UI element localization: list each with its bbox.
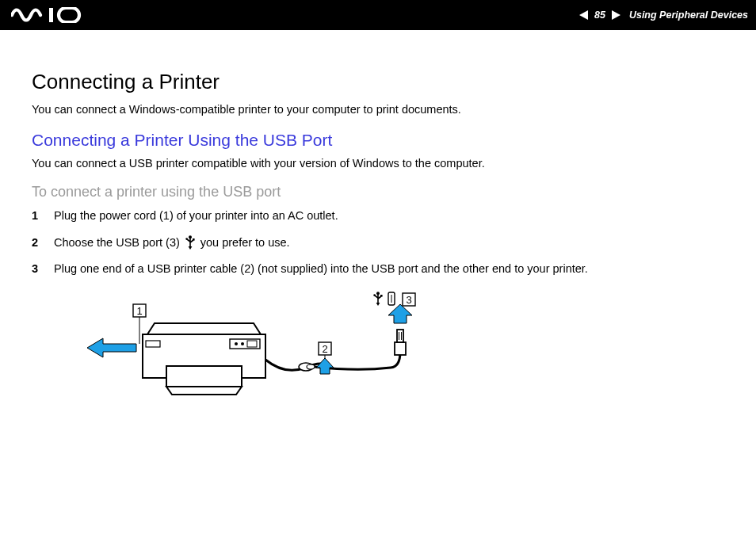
step-text: Plug one end of a USB printer cable (2) … bbox=[54, 261, 588, 277]
svg-marker-3 bbox=[612, 10, 620, 20]
prev-page-button[interactable] bbox=[578, 10, 590, 21]
callout-2: 2 bbox=[322, 343, 327, 355]
svg-point-26 bbox=[241, 342, 244, 345]
intro-text: You can connect a Windows-compatible pri… bbox=[32, 102, 724, 118]
svg-point-11 bbox=[373, 294, 376, 296]
procedure-title: To connect a printer using the USB port bbox=[32, 184, 724, 200]
svg-marker-35 bbox=[388, 304, 412, 323]
vaio-logo bbox=[11, 7, 86, 23]
svg-marker-13 bbox=[376, 303, 380, 306]
svg-marker-21 bbox=[147, 323, 261, 334]
callout-1: 1 bbox=[136, 305, 142, 317]
svg-marker-19 bbox=[87, 338, 136, 357]
printer-diagram: 3 1 bbox=[87, 288, 724, 410]
page-number: 85 bbox=[594, 10, 605, 21]
svg-rect-1 bbox=[59, 8, 79, 22]
step-number: 2 bbox=[32, 235, 41, 251]
section-subtitle: Connecting a Printer Using the USB Port bbox=[32, 131, 724, 150]
svg-marker-2 bbox=[579, 10, 588, 20]
svg-marker-38 bbox=[316, 358, 334, 374]
step-number: 3 bbox=[32, 261, 41, 277]
svg-point-6 bbox=[185, 238, 188, 241]
step-text: Choose the USB port (3) you prefer to us… bbox=[54, 235, 290, 251]
step-row: 3 Plug one end of a USB printer cable (2… bbox=[32, 261, 724, 277]
step-text: Plug the power cord (1) of your printer … bbox=[54, 208, 338, 224]
step-text-after: you prefer to use. bbox=[200, 235, 290, 251]
svg-rect-27 bbox=[247, 341, 257, 347]
svg-rect-7 bbox=[193, 238, 195, 241]
next-page-button[interactable] bbox=[610, 10, 621, 21]
step-text-before: Choose the USB port (3) bbox=[54, 235, 180, 251]
svg-rect-31 bbox=[395, 342, 406, 355]
header-bar: 85 Using Peripheral Devices bbox=[0, 0, 756, 30]
sub-intro-text: You can connect a USB printer compatible… bbox=[32, 156, 724, 172]
page-content: Connecting a Printer You can connect a W… bbox=[0, 30, 756, 410]
svg-rect-32 bbox=[397, 330, 403, 342]
step-row: 2 Choose the USB port (3) you prefer to … bbox=[32, 235, 724, 251]
page-title: Connecting a Printer bbox=[32, 70, 724, 94]
header-nav: 85 Using Peripheral Devices bbox=[578, 10, 748, 21]
section-label: Using Peripheral Devices bbox=[629, 10, 748, 21]
step-row: 1 Plug the power cord (1) of your printe… bbox=[32, 208, 724, 224]
svg-point-25 bbox=[235, 342, 238, 345]
svg-rect-0 bbox=[49, 8, 53, 22]
svg-rect-12 bbox=[380, 295, 383, 297]
svg-marker-8 bbox=[188, 246, 192, 250]
svg-marker-23 bbox=[166, 387, 242, 395]
callout-3: 3 bbox=[406, 294, 411, 306]
svg-point-30 bbox=[307, 364, 315, 369]
step-number: 1 bbox=[32, 208, 41, 224]
svg-rect-22 bbox=[166, 366, 242, 387]
svg-rect-28 bbox=[146, 341, 160, 347]
usb-icon bbox=[185, 235, 196, 250]
